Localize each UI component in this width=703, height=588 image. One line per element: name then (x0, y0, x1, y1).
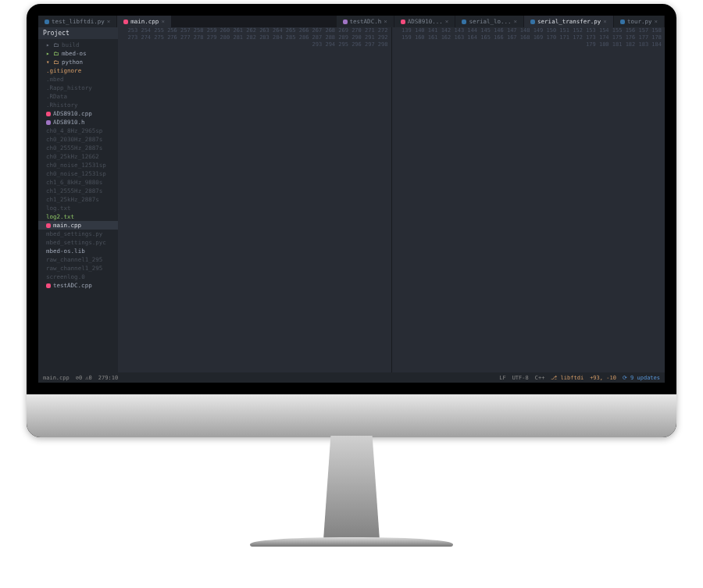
tree-item[interactable]: ch0_2030Hz_2887s (38, 135, 118, 144)
tab-ADS8910-[interactable]: ADS8910...× (394, 16, 456, 27)
tree-item[interactable]: ch1_2555Hz_2887s (38, 187, 118, 195)
tree-item[interactable]: ch0_noise_12531sp (38, 161, 118, 169)
gutter-right: 139 140 141 142 143 144 145 146 147 148 … (392, 27, 666, 372)
tree-label: build (62, 41, 80, 48)
gutter-left: 253 254 255 256 257 258 259 260 261 262 … (118, 27, 391, 372)
editor-window: test_libftdi.py×main.cpp×testADC.h×ADS89… (38, 16, 665, 383)
tab-testADC-h[interactable]: testADC.h× (337, 16, 394, 27)
close-icon[interactable]: × (514, 18, 518, 25)
tab-main-cpp[interactable]: main.cpp× (117, 16, 172, 27)
tree-label: screenlog.0 (46, 273, 85, 280)
tab-label: test_libftdi.py (52, 18, 105, 25)
tab-label: ADS8910... (408, 18, 443, 25)
tree-item[interactable]: mbed_settings.pyc (38, 238, 118, 247)
tree-item[interactable]: mbed-os.lib (38, 247, 118, 255)
status-file[interactable]: main.cpp (43, 375, 70, 381)
file-icon (46, 112, 51, 116)
monitor-frame: test_libftdi.py×main.cpp×testADC.h×ADS89… (27, 4, 676, 437)
tree-item[interactable]: .Rapp_history (38, 84, 118, 92)
folder-icon: ▸ 🗀 (46, 41, 59, 48)
tree-label: raw_channel1_295 (46, 265, 102, 272)
tree-item[interactable]: main.cpp (38, 221, 118, 230)
tree-label: main.cpp (53, 222, 81, 229)
tree-item[interactable]: log.txt (38, 204, 118, 212)
tree-label: ch0_4_8Hz_2965sp (46, 127, 102, 134)
tree-item[interactable]: testADC.cpp (38, 281, 118, 290)
sidebar-header[interactable]: Project (38, 27, 118, 39)
tree-label: python (62, 59, 83, 66)
file-icon (462, 20, 466, 24)
status-cursor[interactable]: 279:10 (98, 375, 118, 381)
tree-item[interactable]: ▸ 🗀mbed-os (38, 49, 118, 58)
tree-label: mbed-os (62, 50, 87, 57)
tree-label: testADC.cpp (53, 282, 92, 289)
tree-item[interactable]: raw_channel1_295 (38, 255, 118, 264)
tree-item[interactable]: raw_channel1_295 (38, 264, 118, 273)
tree-item[interactable]: ch1_6_8kHz_9880s (38, 178, 118, 187)
sidebar: Project ▸ 🗀build▸ 🗀mbed-os▾ 🗀python.giti… (38, 27, 118, 372)
tree-item[interactable]: ch0_2555Hz_2887s (38, 144, 118, 152)
tab-tour-py[interactable]: tour.py× (614, 16, 665, 27)
file-icon (620, 20, 625, 24)
file-icon (530, 20, 535, 24)
tree-item[interactable]: ch1_25kHz_2887s (38, 195, 118, 204)
tree-item[interactable]: .mbed (38, 75, 118, 84)
tab-serial_lo-[interactable]: serial_lo...× (455, 16, 524, 27)
tab-label: serial_lo... (469, 18, 511, 25)
tree-item[interactable]: ch0_4_8Hz_2965sp (38, 127, 118, 135)
file-icon (46, 283, 51, 288)
tree-item[interactable]: ADS8910.cpp (38, 109, 118, 118)
close-icon[interactable]: × (107, 18, 111, 25)
tab-test_libftdi-py[interactable]: test_libftdi.py× (38, 16, 117, 27)
file-tree[interactable]: ▸ 🗀build▸ 🗀mbed-os▾ 🗀python.gitignore.mb… (38, 39, 118, 372)
tree-item[interactable]: ▾ 🗀python (38, 58, 118, 66)
status-encoding[interactable]: UTF-8 (512, 375, 529, 381)
tree-item[interactable]: .Rhistory (38, 101, 118, 109)
tree-item[interactable]: .RData (38, 92, 118, 101)
close-icon[interactable]: × (161, 18, 165, 25)
tree-label: ch1_6_8kHz_9880s (46, 179, 102, 186)
tree-label: ch0_2555Hz_2887s (46, 144, 102, 151)
monitor-base (250, 537, 453, 547)
tree-item[interactable]: screenlog.0 (38, 273, 118, 281)
status-errors[interactable]: ⊘0 ⚠0 (76, 375, 92, 381)
status-diff[interactable]: +93, -10 (590, 375, 616, 381)
tree-item[interactable]: ADS8910.h (38, 118, 118, 127)
tree-item[interactable]: .gitignore (38, 66, 118, 75)
tree-label: .Rhistory (46, 102, 78, 109)
folder-icon: ▾ 🗀 (46, 59, 59, 66)
status-branch[interactable]: ⎇ libftdi (551, 375, 583, 381)
close-icon[interactable]: × (603, 18, 607, 25)
monitor-stand (315, 436, 389, 541)
tree-label: .RData (46, 93, 67, 100)
file-icon (123, 20, 128, 24)
status-eol[interactable]: LF (499, 375, 505, 381)
tree-label: ch0_noise_12531sp (46, 162, 106, 169)
tree-item[interactable]: ▸ 🗀build (38, 41, 118, 49)
tree-label: ch1_2555Hz_2887s (46, 187, 102, 194)
close-icon[interactable]: × (384, 18, 387, 25)
file-icon (46, 120, 51, 125)
editor-pane-left[interactable]: 253 254 255 256 257 258 259 260 261 262 … (118, 27, 391, 372)
status-updates[interactable]: ⟳ 9 updates (623, 375, 660, 381)
tree-label: mbed_settings.py (46, 230, 102, 237)
status-lang[interactable]: C++ (535, 375, 545, 381)
tab-serial_transfer-py[interactable]: serial_transfer.py× (524, 16, 614, 27)
tab-bar: test_libftdi.py×main.cpp×testADC.h×ADS89… (38, 16, 665, 27)
editor-pane-right[interactable]: 139 140 141 142 143 144 145 146 147 148 … (391, 27, 666, 372)
monitor-chin (27, 394, 676, 437)
tree-item[interactable]: ch0_noise_12531sp (38, 169, 118, 178)
close-icon[interactable]: × (445, 18, 449, 25)
file-icon (401, 20, 405, 24)
tree-item[interactable]: log2.txt (38, 212, 118, 221)
tree-label: log2.txt (46, 213, 74, 220)
tree-label: ch0_noise_12531sp (46, 170, 106, 177)
file-icon (343, 20, 348, 24)
tree-label: ADS8910.h (53, 119, 85, 126)
tree-item[interactable]: ch0_25kHz_12662 (38, 152, 118, 161)
tree-label: ch0_2030Hz_2887s (46, 136, 102, 143)
close-icon[interactable]: × (654, 18, 658, 25)
file-icon (46, 223, 51, 228)
tree-label: ch1_25kHz_2887s (46, 196, 99, 203)
tree-item[interactable]: mbed_settings.py (38, 230, 118, 238)
